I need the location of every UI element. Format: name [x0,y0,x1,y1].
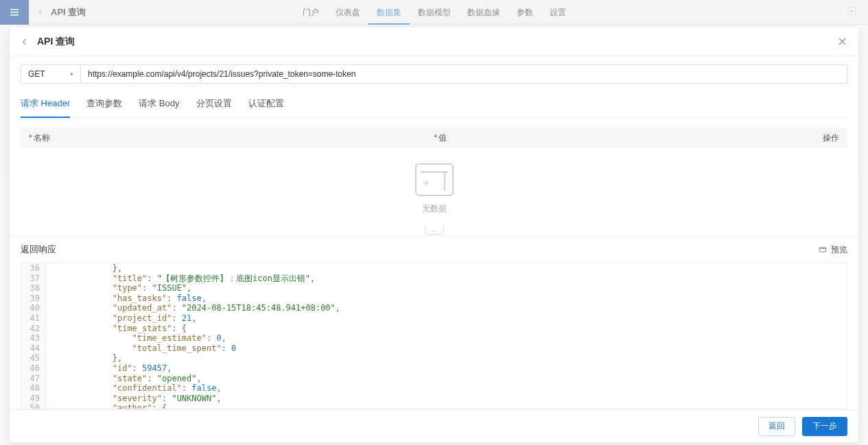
hamburger-icon [9,7,20,18]
code-line: 43 "time_estimate": 0, [21,333,847,344]
col-actions: 操作 [823,133,839,143]
config-tabs: 请求 Header查询参数请求 Body分页设置认证配置 [21,93,847,118]
http-method-select[interactable]: GET ▾ [21,64,81,84]
code-line: 46 "id": 59457, [21,363,847,374]
code-line: 40 "updated_at": "2024-08-15T18:45:48.94… [21,303,847,313]
code-line: 50 "author": { [21,403,847,409]
code-line: 38 "type": "ISSUE", [21,283,847,293]
preview-label: 预览 [831,244,847,256]
close-icon[interactable]: ✕ [837,34,847,49]
back-button[interactable]: 返回 [758,417,795,436]
code-line: 47 "state": "opened", [21,374,847,384]
next-button[interactable]: 下一步 [802,417,847,436]
nav-item[interactable]: 数据血缘 [459,0,508,25]
menu-button[interactable] [0,0,29,25]
response-section: 返回响应 预览 36 },37 "title": "【树形参数控件】：底图ico… [10,236,858,409]
table-header-row: *名称 *值 操作 [21,128,847,148]
response-code[interactable]: 36 },37 "title": "【树形参数控件】：底图icon显示出错",3… [21,263,847,409]
url-input[interactable] [81,64,847,84]
sub-tab[interactable]: 分页设置 [196,93,232,117]
sub-tab[interactable]: 查询参数 [86,93,122,117]
code-line: 36 }, [21,263,847,274]
svg-rect-0 [848,8,856,15]
code-line: 42 "time_stats": { [21,324,847,334]
nav-item[interactable]: 门户 [294,0,327,25]
http-method-value: GET [28,69,45,79]
empty-label: 无数据 [422,203,447,215]
code-line: 45 }, [21,353,847,363]
api-query-panel: API 查询 ✕ GET ▾ 请求 Header查询参数请求 Body分页设置认… [10,27,858,442]
response-title: 返回响应 [21,243,56,256]
col-name: 名称 [34,133,50,143]
sub-tab[interactable]: 请求 Body [139,93,179,117]
panel-header: API 查询 ✕ [10,27,858,56]
panel-title: API 查询 [37,36,75,48]
code-line: 48 "confidential": false, [21,383,847,394]
col-value: 值 [438,133,447,143]
code-line: 49 "severity": "UNKNOWN", [21,394,847,404]
preview-icon [819,245,827,254]
nav-item[interactable]: 数据集 [368,0,410,25]
code-line: 41 "project_id": 21, [21,313,847,324]
empty-icon [415,163,454,196]
empty-area: 无数据 [21,148,847,229]
expand-handle[interactable]: ⌄ [21,226,847,236]
nav-item[interactable]: 设置 [541,0,574,25]
snapshot-icon[interactable] [846,5,857,19]
code-line: 44 "total_time_spent": 0 [21,344,847,354]
code-line: 37 "title": "【树形参数控件】：底图icon显示出错", [21,274,847,284]
svg-rect-2 [820,248,826,252]
bg-title: API 查询 [51,6,86,19]
nav-item[interactable]: 数据模型 [410,0,459,25]
sub-tab[interactable]: 请求 Header [21,93,70,118]
nav-item[interactable]: 参数 [508,0,541,25]
svg-point-1 [851,10,853,12]
chevron-down-icon: ▾ [70,71,73,77]
panel-back-button[interactable] [21,38,29,46]
app-header: API 查询 门户仪表盘数据集数据模型数据血缘参数设置 [0,0,868,25]
back-icon[interactable] [37,7,44,17]
nav-item[interactable]: 仪表盘 [327,0,368,25]
panel-footer: 返回 下一步 [10,409,858,442]
request-row: GET ▾ [21,64,847,84]
preview-button[interactable]: 预览 [819,244,847,256]
sub-tab[interactable]: 认证配置 [248,93,284,117]
code-line: 39 "has_tasks": false, [21,293,847,304]
header-table: *名称 *值 操作 无数据 ⌄ [21,128,847,236]
top-nav: 门户仪表盘数据集数据模型数据血缘参数设置 [294,0,574,25]
